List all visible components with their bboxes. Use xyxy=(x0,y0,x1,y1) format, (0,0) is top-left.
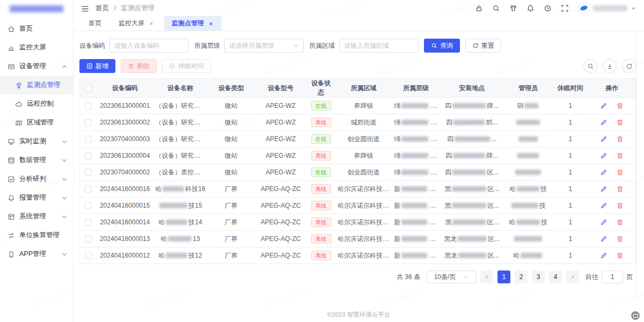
edit-icon[interactable] xyxy=(600,135,608,143)
cell-status: 离线 xyxy=(306,214,335,231)
add-button[interactable]: 新增 xyxy=(79,59,115,73)
sidebar-item-realtime-monitor[interactable]: 实时监测 xyxy=(0,132,73,151)
select-all-checkbox[interactable] xyxy=(85,85,92,92)
cell-code: 20230613000001 xyxy=(97,98,153,114)
table-search-icon[interactable] xyxy=(583,59,597,73)
table-row: 20230613000002 （设备）研究院02 微站 APEG-WZ 离线 城… xyxy=(80,114,636,131)
device-code-input[interactable] xyxy=(109,39,189,53)
sidebar-item-alarm-mgmt[interactable]: 报警管理 xyxy=(0,188,73,207)
page-button-2[interactable]: 2 xyxy=(515,270,528,283)
sidebar-item-unit-convert-mgmt[interactable]: 单位换算管理 xyxy=(0,226,73,245)
delete-icon[interactable] xyxy=(616,235,624,243)
sidebar-item-home[interactable]: 首页 xyxy=(0,19,73,38)
history-clock-icon[interactable] xyxy=(544,4,552,12)
page-button-4[interactable]: 4 xyxy=(549,270,562,283)
cell-region: 哈尔滨诺尔科技有... xyxy=(335,181,392,197)
search-button[interactable]: 查询 xyxy=(424,39,460,53)
page-button-3[interactable]: 3 xyxy=(532,270,545,283)
delete-icon[interactable] xyxy=(616,119,624,126)
cell-install: 四牌... xyxy=(440,148,504,164)
lock-icon[interactable] xyxy=(475,4,483,12)
notification-bell-icon[interactable] xyxy=(526,4,535,12)
delete-icon[interactable] xyxy=(616,135,624,143)
sidebar-item-analysis[interactable]: 分析研判 xyxy=(0,170,73,188)
cell-layer: 绵生... xyxy=(392,98,440,114)
cell-admin: 哈技 xyxy=(504,214,552,231)
sidebar-item-system-mgmt[interactable]: 系统管理 xyxy=(0,207,73,226)
row-checkbox[interactable] xyxy=(85,236,92,243)
collapse-menu-icon[interactable] xyxy=(81,5,89,12)
sidebar-item-data-mgmt[interactable]: 数据管理 xyxy=(0,151,73,170)
delete-icon[interactable] xyxy=(616,252,624,259)
tab-1[interactable]: 监控大屏× xyxy=(111,16,162,31)
cell-status: 离线 xyxy=(306,181,335,197)
edit-icon[interactable] xyxy=(600,152,608,159)
cell-region: 城郊街道 xyxy=(335,114,392,131)
breadcrumb-home[interactable]: 首页 xyxy=(96,4,109,12)
row-checkbox[interactable] xyxy=(85,152,92,159)
cell-layer: 新色... xyxy=(392,197,440,214)
close-icon[interactable]: × xyxy=(208,20,214,27)
refresh-icon[interactable] xyxy=(622,59,636,73)
home-icon xyxy=(8,25,15,33)
sidebar-item-device-mgmt[interactable]: 设备管理 xyxy=(0,57,73,76)
search-icon[interactable] xyxy=(492,4,500,12)
row-checkbox[interactable] xyxy=(85,219,92,226)
edit-icon[interactable] xyxy=(600,202,608,209)
delete-icon[interactable] xyxy=(616,169,624,176)
edit-icon[interactable] xyxy=(600,185,608,193)
chevron-down-icon xyxy=(61,176,68,182)
tab-0[interactable]: 首页 xyxy=(81,16,109,31)
row-checkbox[interactable] xyxy=(85,136,92,143)
row-checkbox[interactable] xyxy=(85,169,92,176)
row-checkbox[interactable] xyxy=(85,252,92,259)
cell-ops xyxy=(588,181,635,197)
row-checkbox[interactable] xyxy=(85,202,92,209)
edit-icon[interactable] xyxy=(600,252,608,259)
cell-code: 20230704000002 xyxy=(97,164,153,181)
sidebar-item-label: 监测点管理 xyxy=(27,80,68,90)
floating-helper-button[interactable] xyxy=(631,311,640,320)
cell-region: 哈尔滨诺尔科技有... xyxy=(335,247,392,264)
delete-icon[interactable] xyxy=(616,102,624,109)
page-button-1[interactable]: 1 xyxy=(497,270,510,283)
reset-button[interactable]: 重置 xyxy=(465,39,501,53)
delete-button[interactable]: 删除 xyxy=(121,59,157,73)
close-icon[interactable]: × xyxy=(148,20,155,27)
edit-icon[interactable] xyxy=(600,119,608,126)
delete-icon[interactable] xyxy=(616,152,624,159)
delete-icon[interactable] xyxy=(616,185,624,193)
sidebar-item-monitor-point-mgmt[interactable]: 监测点管理 xyxy=(0,76,73,94)
edit-icon[interactable] xyxy=(600,169,608,176)
sidebar-item-big-screen[interactable]: 监控大屏 xyxy=(0,38,73,57)
edit-icon[interactable] xyxy=(600,102,608,109)
theme-icon[interactable] xyxy=(509,4,517,12)
region-input[interactable] xyxy=(339,39,419,53)
sleep-time-button[interactable]: 休眠时间 xyxy=(162,59,211,73)
row-checkbox[interactable] xyxy=(85,119,92,126)
tab-2[interactable]: 监测点管理× xyxy=(164,16,222,31)
row-checkbox[interactable] xyxy=(85,103,92,109)
status-badge: 离线 xyxy=(311,234,331,244)
next-page-button[interactable] xyxy=(566,270,579,283)
download-icon[interactable] xyxy=(603,59,617,73)
layer-select[interactable]: 请选择所属层级 xyxy=(224,39,304,53)
sidebar-item-region-mgmt[interactable]: 区域管理 xyxy=(0,113,73,132)
map-icon xyxy=(15,119,23,127)
user-menu[interactable] xyxy=(578,2,636,14)
prev-page-button[interactable] xyxy=(480,270,493,283)
sidebar-item-remote-control[interactable]: 远程控制 xyxy=(0,94,73,113)
delete-icon[interactable] xyxy=(616,218,624,226)
fullscreen-icon[interactable] xyxy=(561,4,569,12)
sidebar-item-app-mgmt[interactable]: APP管理 xyxy=(0,245,73,264)
device-icon xyxy=(8,63,15,70)
cell-name: （设备）研究院01 xyxy=(153,98,207,114)
page-size-select[interactable]: 10条/页 xyxy=(427,270,476,283)
row-checkbox[interactable] xyxy=(85,186,92,193)
delete-icon[interactable] xyxy=(616,202,624,209)
col-header-10: 操作 xyxy=(588,79,635,98)
edit-icon[interactable] xyxy=(600,218,608,226)
goto-page-input[interactable] xyxy=(602,270,623,283)
redacted-text xyxy=(401,219,427,225)
edit-icon[interactable] xyxy=(600,235,608,243)
